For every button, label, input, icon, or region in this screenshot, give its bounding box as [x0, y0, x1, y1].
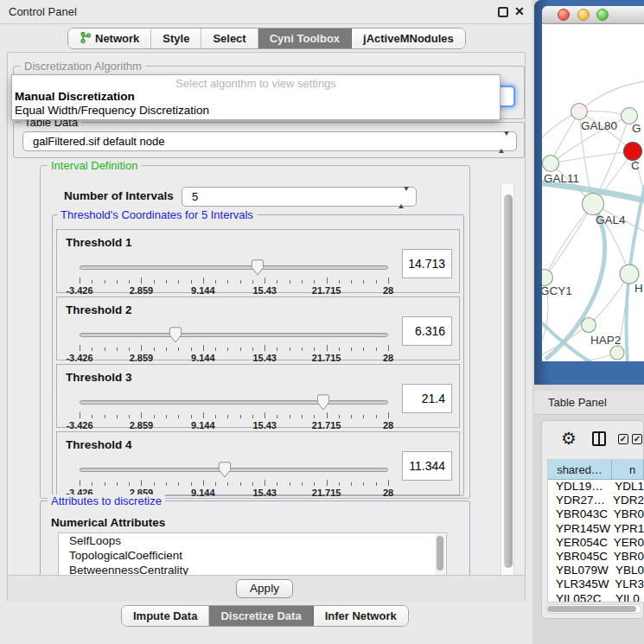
network-node[interactable]: [542, 270, 553, 286]
table-row[interactable]: YPR145WYPR1: [548, 522, 644, 536]
gear-icon[interactable]: ⚙: [561, 428, 577, 449]
threshold-value-field[interactable]: 21.4: [402, 384, 452, 413]
table-cell[interactable]: YBL079W: [548, 564, 612, 577]
node-attribute-table[interactable]: shared… n YDL19…YDL1YDR27…YDR2YBR043CYBR…: [547, 459, 644, 603]
network-node-label[interactable]: GAL11: [544, 172, 579, 185]
threshold-3-slider[interactable]: -3.4262.8599.14415.4321.71528: [80, 394, 388, 427]
tab-style[interactable]: Style: [151, 29, 201, 48]
table-cell[interactable]: YBR043C: [548, 507, 610, 521]
network-node-label[interactable]: C: [631, 159, 640, 172]
table-cell[interactable]: YBR0: [610, 550, 644, 564]
network-node[interactable]: [582, 318, 596, 333]
number-of-intervals-combobox[interactable]: 5: [182, 187, 417, 207]
panel-scrollbar[interactable]: [501, 184, 514, 601]
attributes-scrollbar[interactable]: [435, 534, 445, 576]
table-cell[interactable]: YLR3: [611, 577, 644, 591]
tab-network[interactable]: Network: [68, 29, 151, 48]
table-cell[interactable]: YDR27…: [548, 494, 609, 507]
network-node-label[interactable]: GAL80: [581, 119, 617, 132]
table-cell[interactable]: YDR2: [609, 494, 644, 507]
slider-track[interactable]: [80, 333, 388, 337]
network-node[interactable]: [624, 143, 642, 161]
apply-button[interactable]: Apply: [236, 579, 293, 598]
table-cell[interactable]: YDL1: [611, 480, 644, 494]
network-window-titlebar[interactable]: [542, 6, 644, 24]
scrollbar-thumb[interactable]: [437, 536, 443, 571]
table-cell[interactable]: YPR145W: [548, 522, 610, 536]
numerical-attributes-list[interactable]: SelfLoopsTopologicalCoefficientBetweenne…: [58, 532, 447, 576]
slider-track[interactable]: [80, 400, 388, 405]
slider-thumb[interactable]: [169, 327, 182, 347]
tab-infer-network[interactable]: Infer Network: [314, 606, 408, 626]
network-thick-edge[interactable]: [626, 274, 629, 361]
threshold-value-field[interactable]: 14.713: [402, 249, 452, 278]
table-horizontal-scrollbar[interactable]: [545, 604, 641, 614]
attribute-list-item[interactable]: TopologicalCoefficient: [59, 548, 446, 563]
attribute-list-item[interactable]: BetweennessCentrality: [59, 563, 446, 576]
table-cell[interactable]: YER054C: [548, 536, 610, 550]
tab-jactivemnodules[interactable]: jActiveMNodules: [352, 29, 465, 48]
table-row[interactable]: YLR345WYLR3: [548, 577, 644, 591]
network-node[interactable]: [571, 104, 588, 120]
network-edge[interactable]: [545, 204, 593, 277]
network-node[interactable]: [583, 194, 604, 215]
slider-thumb[interactable]: [218, 462, 231, 481]
threshold-value-field[interactable]: 11.344: [402, 451, 452, 481]
table-row[interactable]: YBR043CYBR0: [548, 507, 644, 521]
network-edge[interactable]: [579, 81, 644, 112]
network-graph[interactable]: GAL80GCGAL11GAL4GCY1HHAP2: [542, 24, 644, 361]
attribute-list-item[interactable]: SelfLoops: [59, 533, 446, 548]
table-row[interactable]: YIL052CYIL0: [548, 592, 644, 603]
dropdown-option-manual[interactable]: Manual Discretization: [12, 90, 500, 104]
column-header-shared-name[interactable]: shared…: [548, 460, 612, 480]
table-cell[interactable]: YBR0: [610, 507, 644, 521]
network-edge[interactable]: [551, 151, 633, 163]
table-data-combobox[interactable]: galFiltered.sif default node: [22, 131, 517, 151]
checkbox-icon[interactable]: ✓: [618, 434, 628, 444]
tab-impute-data[interactable]: Impute Data: [122, 606, 209, 626]
table-cell[interactable]: YBL0: [612, 564, 644, 577]
slider-thumb[interactable]: [252, 259, 265, 279]
table-row[interactable]: YBL079WYBL0: [548, 564, 644, 577]
split-columns-icon[interactable]: [592, 431, 606, 446]
table-cell[interactable]: YER0: [610, 536, 644, 550]
zoom-traffic-light-icon[interactable]: [596, 9, 609, 21]
table-row[interactable]: YER054CYER0: [548, 536, 644, 550]
table-cell[interactable]: YDL19…: [548, 480, 611, 494]
float-window-icon[interactable]: [498, 7, 508, 17]
tab-select[interactable]: Select: [201, 29, 258, 48]
network-node[interactable]: [543, 156, 559, 172]
column-header-name[interactable]: n: [612, 460, 644, 480]
slider-thumb[interactable]: [317, 394, 330, 414]
checkbox-icon[interactable]: ✓: [632, 434, 642, 444]
network-canvas[interactable]: GAL80GCGAL11GAL4GCY1HHAP2: [542, 24, 644, 361]
table-cell[interactable]: YIL0: [612, 592, 644, 603]
threshold-2-slider[interactable]: -3.4262.8599.14415.4321.71528: [80, 327, 388, 360]
threshold-value-field[interactable]: 6.316: [402, 316, 452, 346]
close-traffic-light-icon[interactable]: [558, 9, 570, 21]
network-node-label[interactable]: HAP2: [590, 334, 621, 347]
close-icon[interactable]: ✕: [514, 4, 525, 18]
table-cell[interactable]: YLR345W: [548, 577, 611, 591]
threshold-4-slider[interactable]: -3.4262.8599.14415.4321.71528: [80, 462, 388, 494]
network-node-label[interactable]: H: [634, 282, 643, 295]
network-node[interactable]: [620, 265, 639, 284]
network-node-label[interactable]: GCY1: [542, 284, 572, 297]
slider-track[interactable]: [80, 468, 388, 472]
table-row[interactable]: YDR27…YDR2: [548, 494, 644, 507]
minimize-traffic-light-icon[interactable]: [577, 9, 590, 21]
scrollbar-thumb[interactable]: [547, 606, 636, 612]
table-cell[interactable]: YBR045C: [548, 550, 610, 564]
table-row[interactable]: YBR045CYBR0: [548, 550, 644, 564]
table-row[interactable]: YDL19…YDL1: [548, 480, 644, 494]
table-cell[interactable]: YPR1: [610, 522, 644, 536]
tab-discretize-data[interactable]: Discretize Data: [209, 606, 313, 626]
dropdown-option-equal-width[interactable]: Equal Width/Frequency Discretization: [12, 104, 500, 118]
network-node-label[interactable]: G: [632, 122, 641, 135]
network-view-window[interactable]: GAL80GCGAL11GAL4GCY1HHAP2: [534, 0, 644, 385]
tab-cyni-toolbox[interactable]: Cyni Toolbox: [258, 29, 352, 48]
threshold-1-slider[interactable]: -3.4262.8599.14415.4321.71528: [80, 259, 388, 292]
slider-track[interactable]: [80, 265, 388, 270]
network-node[interactable]: [610, 346, 624, 360]
scrollbar-thumb[interactable]: [504, 194, 513, 568]
